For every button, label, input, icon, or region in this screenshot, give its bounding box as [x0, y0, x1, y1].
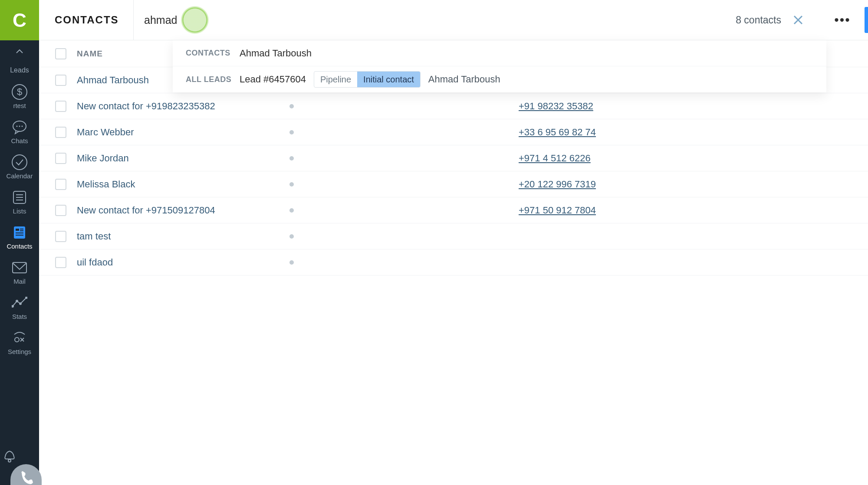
list-icon [11, 189, 28, 206]
row-checkbox[interactable] [55, 205, 66, 216]
svg-rect-13 [20, 229, 23, 229]
svg-point-4 [19, 126, 20, 127]
suggestion-category: CONTACTS [186, 49, 240, 58]
suggestion-contact[interactable]: CONTACTS Ahmad Tarboush [173, 40, 826, 66]
app-logo[interactable]: C [0, 0, 39, 40]
sidebar-item-leads[interactable]: Leads [0, 61, 39, 79]
sidebar: C Leads $ rtest Chats Calendar Lists [0, 0, 39, 485]
pipeline-label: Pipeline [314, 75, 357, 85]
sidebar-item-rtest[interactable]: $ rtest [0, 79, 39, 114]
lead-contact-name: Ahmad Tarboush [428, 74, 500, 85]
svg-rect-14 [20, 230, 23, 231]
sidebar-item-stats[interactable]: Stats [0, 289, 39, 324]
contact-row[interactable]: Mike Jordan+971 4 512 6226 [39, 145, 868, 171]
sidebar-item-label: Calendar [7, 172, 33, 180]
notification-bell-icon[interactable] [2, 448, 17, 463]
contact-row[interactable]: New contact for +919823235382+91 98232 3… [39, 93, 868, 119]
sidebar-item-calendar[interactable]: Calendar [0, 149, 39, 184]
pipeline-stage-pill: Pipeline Initial contact [314, 71, 421, 88]
contact-row[interactable]: New contact for +971509127804+971 50 912… [39, 197, 868, 223]
chat-icon [11, 119, 28, 135]
svg-point-20 [19, 302, 22, 305]
row-checkbox[interactable] [55, 75, 66, 86]
search-wrap [134, 0, 736, 40]
page-title: CONTACTS [55, 14, 119, 26]
contact-name[interactable]: Marc Webber [77, 127, 250, 138]
select-all-checkbox[interactable] [55, 48, 66, 59]
svg-rect-12 [16, 229, 19, 231]
row-checkbox[interactable] [55, 231, 66, 242]
suggestion-lead[interactable]: ALL LEADS Lead #6457604 Pipeline Initial… [173, 66, 826, 92]
row-checkbox[interactable] [55, 179, 66, 190]
contact-rows: Ahmad Tarboush+971 50 947 0211New contac… [39, 67, 868, 275]
contact-phone[interactable]: +33 6 95 69 82 74 [519, 127, 596, 138]
status-dot-icon [289, 182, 294, 187]
suggestion-name: Ahmad Tarboush [240, 48, 312, 59]
contact-row[interactable]: tam test [39, 223, 868, 249]
row-checkbox[interactable] [55, 101, 66, 112]
status-dot-icon [289, 156, 294, 161]
logo-letter: C [13, 10, 26, 31]
contact-phone[interactable]: +91 98232 35382 [519, 101, 593, 112]
column-header-name[interactable]: NAME [77, 49, 103, 59]
sidebar-item-label: rtest [13, 102, 26, 109]
svg-rect-16 [16, 235, 23, 236]
close-icon [793, 15, 803, 25]
contact-count: 8 contacts [736, 14, 781, 26]
contact-name[interactable]: New contact for +919823235382 [77, 101, 250, 112]
more-icon: ••• [834, 13, 851, 27]
svg-point-23 [8, 459, 11, 462]
header-title-box: CONTACTS [39, 0, 134, 40]
search-suggestions-dropdown: CONTACTS Ahmad Tarboush ALL LEADS Lead #… [173, 40, 826, 92]
sidebar-item-label: Leads [10, 66, 29, 74]
svg-point-19 [16, 300, 18, 302]
contact-phone[interactable]: +971 4 512 6226 [519, 153, 591, 164]
svg-point-6 [12, 155, 27, 170]
sidebar-item-lists[interactable]: Lists [0, 184, 39, 219]
chevron-up-icon [11, 43, 28, 59]
status-dot-icon [289, 234, 294, 239]
contact-name[interactable]: uil fdaod [77, 257, 250, 268]
status-dot-icon [289, 130, 294, 134]
contact-row[interactable]: uil fdaod [39, 249, 868, 275]
clear-search-button[interactable] [790, 12, 806, 28]
main-content: CONTACTS 8 contacts ••• NAME Ahmad Tarbo… [39, 0, 868, 485]
svg-point-22 [15, 338, 19, 342]
sidebar-item-label: Mail [13, 278, 26, 285]
sidebar-item-label: Chats [11, 137, 28, 144]
contact-row[interactable]: Melissa Black+20 122 996 7319 [39, 171, 868, 197]
row-checkbox[interactable] [55, 257, 66, 268]
contact-name[interactable]: New contact for +971509127804 [77, 205, 250, 216]
contact-row[interactable]: Marc Webber+33 6 95 69 82 74 [39, 119, 868, 145]
check-circle-icon [11, 154, 28, 170]
svg-rect-15 [16, 233, 23, 233]
contact-phone[interactable]: +20 122 996 7319 [519, 179, 596, 190]
sidebar-item-settings[interactable]: Settings [0, 324, 39, 360]
phone-dialer-icon[interactable] [10, 464, 42, 485]
contact-name[interactable]: Mike Jordan [77, 153, 250, 164]
search-input[interactable] [144, 14, 326, 26]
side-handle[interactable] [865, 7, 868, 33]
sidebar-item-label: Contacts [7, 242, 32, 250]
sidebar-item-mail[interactable]: Mail [0, 254, 39, 289]
contact-name[interactable]: tam test [77, 231, 250, 242]
more-options-button[interactable]: ••• [834, 12, 851, 28]
status-dot-icon [289, 208, 294, 213]
contact-phone[interactable]: +971 50 912 7804 [519, 205, 596, 216]
stage-label: Initial contact [357, 72, 420, 87]
sidebar-item-contacts[interactable]: Contacts [0, 219, 39, 254]
row-checkbox[interactable] [55, 153, 66, 164]
sidebar-item-chats[interactable]: Chats [0, 114, 39, 149]
sidebar-collapse-toggle[interactable] [0, 40, 39, 61]
svg-rect-17 [13, 262, 26, 273]
row-checkbox[interactable] [55, 127, 66, 138]
mail-icon [11, 259, 28, 276]
status-dot-icon [289, 104, 294, 108]
contacts-icon [11, 224, 28, 241]
sidebar-item-label: Lists [13, 207, 26, 215]
dollar-icon: $ [11, 84, 28, 100]
sidebar-item-label: Settings [8, 348, 31, 355]
suggestion-category: ALL LEADS [186, 75, 240, 84]
contact-name[interactable]: Melissa Black [77, 179, 250, 190]
svg-point-5 [22, 126, 23, 127]
